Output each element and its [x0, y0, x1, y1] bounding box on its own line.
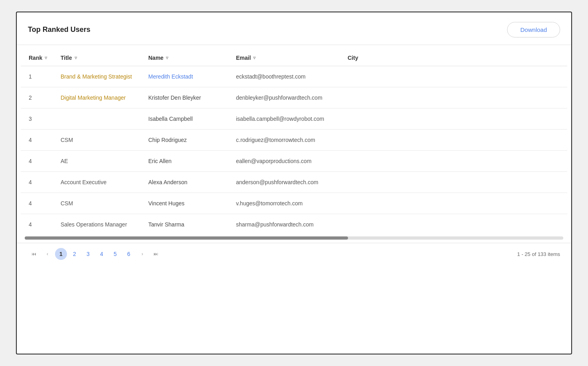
page-button-1[interactable]: 1 — [55, 248, 67, 260]
cell-city — [340, 87, 567, 108]
table-wrapper[interactable]: Rank ▿ Title ▿ Name — [21, 49, 567, 235]
cell-rank: 4 — [21, 214, 53, 235]
page-button-2[interactable]: 2 — [69, 248, 81, 260]
cell-email: isabella.campbell@rowdyrobot.com — [228, 108, 340, 130]
table-row: 2Digital Marketing ManagerKristofer Den … — [21, 87, 567, 108]
table-row: 4Sales Operations ManagerTanvir Sharmash… — [21, 214, 567, 235]
cell-rank: 1 — [21, 66, 53, 87]
cell-name: Isabella Campbell — [140, 108, 228, 130]
cell-city — [340, 130, 567, 151]
cell-name: Eric Allen — [140, 151, 228, 172]
cell-email: v.huges@tomorrotech.com — [228, 193, 340, 214]
name-filter-icon[interactable]: ▿ — [166, 55, 168, 61]
cell-title: CSM — [53, 193, 140, 214]
cell-title: Account Executive — [53, 172, 140, 193]
cell-email: sharma@pushforwardtech.com — [228, 214, 340, 235]
cell-city — [340, 193, 567, 214]
cell-city — [340, 172, 567, 193]
header-bar: Top Ranked Users Download — [17, 12, 571, 45]
cell-rank: 2 — [21, 87, 53, 108]
cell-name: Alexa Anderson — [140, 172, 228, 193]
page-button-6[interactable]: 6 — [123, 248, 135, 260]
cell-rank: 4 — [21, 151, 53, 172]
cell-email: c.rodriguez@tomorrowtech.com — [228, 130, 340, 151]
download-button[interactable]: Download — [507, 22, 560, 37]
next-page-button[interactable]: › — [136, 248, 148, 260]
table-container: Rank ▿ Title ▿ Name — [17, 45, 571, 243]
cell-title — [53, 108, 140, 130]
page-button-3[interactable]: 3 — [82, 248, 94, 260]
cell-email: eallen@vaporproductions.com — [228, 151, 340, 172]
table-row: 4Account ExecutiveAlexa Andersonanderson… — [21, 172, 567, 193]
table-row: 4CSMChip Rodriguezc.rodriguez@tomorrowte… — [21, 130, 567, 151]
table-row: 4CSMVincent Hugesv.huges@tomorrotech.com — [21, 193, 567, 214]
last-page-button[interactable]: ⏭ — [150, 248, 162, 260]
col-email: Email ▿ — [228, 49, 340, 66]
cell-title: Sales Operations Manager — [53, 214, 140, 235]
cell-rank: 4 — [21, 172, 53, 193]
cell-email: eckstadt@boothreptest.com — [228, 66, 340, 87]
table-row: 4AEEric Alleneallen@vaporproductions.com — [21, 151, 567, 172]
cell-email: anderson@pushforwardtech.com — [228, 172, 340, 193]
page-button-4[interactable]: 4 — [96, 248, 108, 260]
main-container: Top Ranked Users Download Rank ▿ — [16, 12, 572, 354]
col-name: Name ▿ — [140, 49, 228, 66]
cell-city — [340, 151, 567, 172]
table-body: 1Brand & Marketing StrategistMeredith Ec… — [21, 66, 567, 235]
page-button-5[interactable]: 5 — [109, 248, 121, 260]
items-info: 1 - 25 of 133 items — [517, 251, 560, 257]
cell-email: denbleyker@pushforwardtech.com — [228, 87, 340, 108]
page-title: Top Ranked Users — [28, 26, 90, 34]
col-city: City — [340, 49, 567, 66]
cell-city — [340, 66, 567, 87]
cell-rank: 4 — [21, 130, 53, 151]
name-link[interactable]: Meredith Eckstadt — [148, 73, 193, 80]
table-row: 1Brand & Marketing StrategistMeredith Ec… — [21, 66, 567, 87]
cell-name[interactable]: Meredith Eckstadt — [140, 66, 228, 87]
data-table: Rank ▿ Title ▿ Name — [21, 49, 567, 235]
cell-rank: 4 — [21, 193, 53, 214]
horizontal-scrollbar[interactable] — [25, 236, 563, 240]
table-header-row: Rank ▿ Title ▿ Name — [21, 49, 567, 66]
horizontal-scrollbar-container — [21, 236, 567, 240]
prev-page-button[interactable]: ‹ — [41, 248, 53, 260]
pagination-bar: ⏮ ‹ 1 2 3 4 5 6 › ⏭ 1 - 25 of 133 items — [17, 243, 571, 266]
horizontal-scrollbar-thumb[interactable] — [25, 236, 348, 240]
title-filter-icon[interactable]: ▿ — [75, 55, 77, 61]
col-rank: Rank ▿ — [21, 49, 53, 66]
cell-title: Digital Marketing Manager — [53, 87, 140, 108]
first-page-button[interactable]: ⏮ — [28, 248, 40, 260]
email-filter-icon[interactable]: ▿ — [253, 55, 256, 61]
cell-city — [340, 214, 567, 235]
col-title: Title ▿ — [53, 49, 140, 66]
cell-city — [340, 108, 567, 130]
cell-name: Tanvir Sharma — [140, 214, 228, 235]
cell-name: Chip Rodriguez — [140, 130, 228, 151]
cell-name: Vincent Huges — [140, 193, 228, 214]
rank-filter-icon[interactable]: ▿ — [45, 55, 47, 61]
cell-title: Brand & Marketing Strategist — [53, 66, 140, 87]
cell-name: Kristofer Den Bleyker — [140, 87, 228, 108]
table-row: 3Isabella Campbellisabella.campbell@rowd… — [21, 108, 567, 130]
cell-rank: 3 — [21, 108, 53, 130]
cell-title: AE — [53, 151, 140, 172]
pagination-controls: ⏮ ‹ 1 2 3 4 5 6 › ⏭ — [28, 248, 162, 260]
cell-title: CSM — [53, 130, 140, 151]
